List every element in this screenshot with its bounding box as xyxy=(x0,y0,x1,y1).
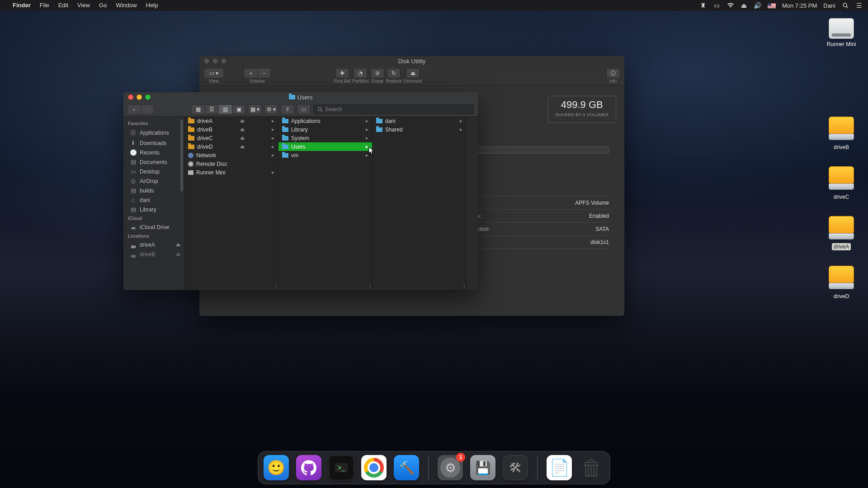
sidebar-scrollbar[interactable] xyxy=(180,119,183,192)
sidebar-item-recents[interactable]: 🕘Recents xyxy=(123,148,184,157)
eject-icon[interactable]: ⏏ xyxy=(176,251,180,257)
dock-finder[interactable]: 🙂 xyxy=(264,455,289,480)
zoom-button[interactable] xyxy=(221,58,226,64)
gallery-view-button[interactable]: ▣ xyxy=(232,104,245,114)
column-item[interactable]: driveD⏏▸ xyxy=(184,142,278,151)
du-view-button[interactable]: ▭ ▾ xyxy=(204,68,224,78)
desktop-drive-runner-mini[interactable]: Runner Mini xyxy=(822,18,861,48)
sidebar-icon: ⌂ xyxy=(130,197,137,203)
du-firstaid-button[interactable]: ✚ xyxy=(335,68,349,78)
desktop-drive-driveb[interactable]: driveB xyxy=(822,117,861,151)
volume-icon[interactable]: 🔊 xyxy=(754,2,761,9)
sidebar-item-desktop[interactable]: ▭Desktop xyxy=(123,167,184,176)
app-menu[interactable]: Finder xyxy=(8,0,35,11)
column-item[interactable]: Network▸ xyxy=(184,151,278,160)
du-info-button[interactable]: ⓘ xyxy=(606,68,620,78)
airplay-icon[interactable]: ▭ xyxy=(713,2,721,9)
du-add-volume-button[interactable]: ＋ xyxy=(244,68,257,78)
dock-disk-utility[interactable]: 💾 xyxy=(470,455,495,480)
drive-icon: ▃ xyxy=(130,241,137,248)
cloud-icon: ☁ xyxy=(130,224,137,230)
eject-icon[interactable]: ⏏ xyxy=(240,144,245,150)
search-field[interactable]: Search xyxy=(313,104,474,114)
sidebar-item-library[interactable]: ▤Library xyxy=(123,205,184,214)
close-button[interactable] xyxy=(128,94,133,100)
forward-button[interactable]: › xyxy=(141,104,154,114)
remote-disc-icon xyxy=(188,161,193,167)
sidebar-location-driveb[interactable]: ▃driveB⏏ xyxy=(123,249,184,259)
sidebar-icon: Ⓐ xyxy=(130,129,137,137)
column-item[interactable]: Remote Disc xyxy=(184,160,278,168)
sidebar-item-documents[interactable]: ▤Documents xyxy=(123,157,184,167)
du-remove-volume-button[interactable]: － xyxy=(257,68,271,78)
column-item[interactable]: System▸ xyxy=(278,134,372,142)
action-button[interactable]: ⚙ ▾ xyxy=(264,104,278,114)
eject-icon[interactable]: ⏏ xyxy=(240,135,245,141)
group-button[interactable]: ▦ ▾ xyxy=(248,104,262,114)
minimize-button[interactable] xyxy=(137,94,142,100)
back-button[interactable]: ‹ xyxy=(127,104,141,114)
eject-icon[interactable]: ⏏ xyxy=(741,2,748,9)
menu-help[interactable]: Help xyxy=(142,0,163,11)
dock-terminal[interactable]: >_ xyxy=(329,455,354,480)
du-unmount-button[interactable]: ⏏ xyxy=(406,68,420,78)
menu-go[interactable]: Go xyxy=(94,0,111,11)
sidebar-item-downloads[interactable]: ⬇Downloads xyxy=(123,138,184,148)
column-view-button[interactable]: ▥ xyxy=(218,104,232,114)
du-restore-button[interactable]: ↻ xyxy=(387,68,401,78)
desktop-drive-drivea[interactable]: driveA xyxy=(822,216,861,250)
dock-document[interactable]: 📄 xyxy=(547,455,572,480)
tags-button[interactable]: ⬭ xyxy=(297,104,311,114)
menu-edit[interactable]: Edit xyxy=(54,0,73,11)
dock-github-desktop[interactable] xyxy=(296,455,321,480)
eject-icon[interactable]: ⏏ xyxy=(240,127,245,132)
eject-icon[interactable]: ⏏ xyxy=(240,118,245,124)
disk-utility-titlebar[interactable]: Disk Utility xyxy=(199,56,624,66)
eject-icon[interactable]: ⏏ xyxy=(176,242,180,248)
icon-view-button[interactable]: ▦ xyxy=(191,104,205,114)
zoom-button[interactable] xyxy=(145,94,151,100)
sidebar-item-dani[interactable]: ⌂dani xyxy=(123,195,184,205)
column-item[interactable]: Library▸ xyxy=(278,125,372,134)
spotlight-icon[interactable] xyxy=(842,2,849,9)
share-button[interactable]: ⇪ xyxy=(281,104,294,114)
clock[interactable]: Mon 7:25 PM xyxy=(782,2,817,9)
column-item[interactable]: vm▸ xyxy=(278,151,372,160)
sidebar-item-airdrop[interactable]: ◎AirDrop xyxy=(123,176,184,186)
sidebar-item-builds[interactable]: ▤builds xyxy=(123,186,184,195)
column-item[interactable]: Applications▸ xyxy=(278,117,372,125)
input-source-icon[interactable] xyxy=(768,3,776,8)
du-erase-button[interactable]: ⊘ xyxy=(371,68,384,78)
column-item[interactable]: driveA⏏▸ xyxy=(184,117,278,125)
column-item[interactable]: driveB⏏▸ xyxy=(184,125,278,134)
notification-center-icon[interactable]: ☰ xyxy=(855,2,863,9)
menu-file[interactable]: File xyxy=(35,0,54,11)
dock-chrome[interactable] xyxy=(361,455,387,480)
folder-icon xyxy=(282,119,288,123)
dock-xcode[interactable]: 🔨 xyxy=(394,455,419,480)
dock-app[interactable]: 🛠 xyxy=(503,455,528,480)
column-item[interactable]: Runner Mini▸ xyxy=(184,168,278,177)
menu-view[interactable]: View xyxy=(73,0,94,11)
column-item[interactable]: dani▸ xyxy=(373,117,466,125)
column-item[interactable]: Shared▸ xyxy=(373,125,466,134)
user-menu[interactable]: Dani xyxy=(823,2,835,9)
menu-window[interactable]: Window xyxy=(111,0,141,11)
sidebar-location-drivea[interactable]: ▃driveA⏏ xyxy=(123,240,184,249)
minimize-button[interactable] xyxy=(212,58,218,64)
desktop-drive-drivec[interactable]: driveC xyxy=(822,166,861,201)
wifi-icon[interactable] xyxy=(727,2,734,9)
close-button[interactable] xyxy=(204,58,209,64)
column-item[interactable]: Users▸ xyxy=(278,142,372,151)
sidebar-icloud-drive[interactable]: ☁iCloud Drive xyxy=(123,222,184,232)
item-label: driveA xyxy=(197,118,212,124)
sidebar-item-applications[interactable]: ⒶApplications xyxy=(123,127,184,138)
column-item[interactable]: driveC⏏▸ xyxy=(184,134,278,142)
du-partition-button[interactable]: ◔ xyxy=(354,68,367,78)
fortress-status-icon[interactable]: ♜ xyxy=(700,2,707,9)
list-view-button[interactable]: ☰ xyxy=(205,104,218,114)
external-drive-icon xyxy=(829,117,854,135)
desktop-drive-drived[interactable]: driveD xyxy=(822,266,861,300)
dock-trash[interactable]: 🗑 xyxy=(579,455,604,480)
dock-system-preferences[interactable]: ⚙1 xyxy=(438,455,463,480)
